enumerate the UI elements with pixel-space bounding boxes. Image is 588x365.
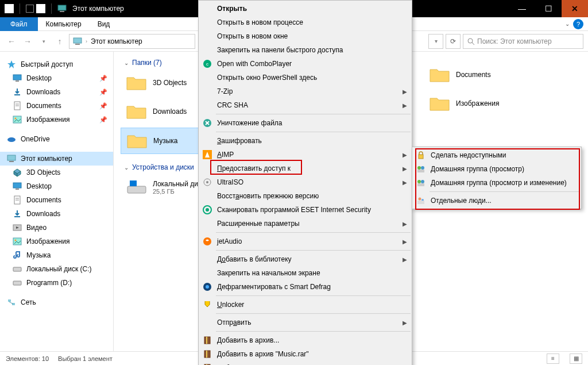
- sidebar-item[interactable]: Локальный диск (C:): [0, 262, 113, 276]
- this-pc-icon: [57, 4, 67, 13]
- context-menu-item[interactable]: Добавить в архив "Music.rar": [199, 347, 412, 361]
- submenu-item[interactable]: Отдельные люди...: [412, 194, 581, 208]
- submenu-arrow-icon: ▶: [403, 320, 407, 326]
- submenu-item[interactable]: Сделать недоступными: [412, 148, 581, 162]
- recent-button[interactable]: ▾: [37, 34, 51, 48]
- context-menu-item[interactable]: UltraISO▶: [199, 175, 412, 189]
- chevron-down-icon: ⌄: [124, 60, 129, 66]
- context-menu-item[interactable]: Закрепить на начальном экране: [199, 266, 412, 280]
- folder-icon: [5, 4, 14, 13]
- sidebar-item-downloads[interactable]: Downloads📌: [0, 85, 113, 99]
- sidebar-onedrive[interactable]: OneDrive: [0, 132, 113, 146]
- sidebar-item[interactable]: 3D Objects: [0, 166, 113, 179]
- submenu-item[interactable]: Домашняя группа (просмотр): [412, 162, 581, 176]
- file-tab[interactable]: Файл: [0, 17, 38, 31]
- context-menu-item[interactable]: Расширенные параметры▶: [199, 217, 412, 230]
- svg-rect-31: [13, 267, 21, 271]
- context-menu-item[interactable]: CRC SHA▶: [199, 98, 412, 112]
- checkbox-icon[interactable]: [26, 5, 34, 13]
- properties-icon[interactable]: [36, 4, 45, 13]
- svg-rect-3: [75, 44, 80, 45]
- svg-point-44: [206, 181, 208, 183]
- context-menu-item[interactable]: Уничтожение файла: [199, 116, 412, 130]
- svg-point-15: [7, 137, 16, 142]
- forward-button[interactable]: →: [21, 34, 34, 48]
- context-menu-item[interactable]: Добавить в архив и отправить по e-mail..…: [199, 361, 412, 365]
- view-tab[interactable]: Вид: [90, 18, 118, 30]
- context-menu-item[interactable]: Предоставить доступ к▶: [199, 162, 412, 175]
- computer-tab[interactable]: Компьютер: [38, 18, 90, 30]
- submenu-item[interactable]: Домашняя группа (просмотр и изменение): [412, 176, 581, 190]
- svg-point-47: [203, 237, 211, 245]
- svg-rect-7: [13, 75, 21, 80]
- context-menu-item[interactable]: cOpen with ComboPlayer: [199, 57, 412, 71]
- hge-icon: [416, 178, 426, 188]
- hgv-icon: [416, 164, 426, 174]
- rar-icon: [202, 349, 212, 359]
- status-selected-count: Выбран 1 элемент: [58, 355, 113, 362]
- minimize-button[interactable]: —: [509, 0, 535, 17]
- context-menu-item[interactable]: Unlocker: [199, 298, 412, 312]
- folder-icon: [13, 182, 22, 191]
- folder-item[interactable]: Изображения: [424, 91, 539, 116]
- sidebar-quick-access[interactable]: Быстрый доступ: [0, 57, 113, 71]
- back-button[interactable]: ←: [5, 34, 18, 48]
- context-menu-item[interactable]: Добавить в архив...: [199, 333, 412, 347]
- sidebar-item[interactable]: Documents: [0, 193, 113, 207]
- context-menu-item[interactable]: Сканировать программой ESET Internet Sec…: [199, 203, 412, 217]
- folder-icon: [13, 101, 22, 110]
- context-menu-item[interactable]: Отправить▶: [199, 316, 412, 329]
- context-menu-item[interactable]: Открыть в новом процессе: [199, 16, 412, 29]
- context-menu-item[interactable]: AIMP▶: [199, 148, 412, 162]
- sidebar-this-pc[interactable]: Этот компьютер: [0, 152, 113, 166]
- breadcrumb[interactable]: › Этот компьютер: [69, 34, 195, 49]
- folder-icon: [125, 101, 148, 122]
- search-input[interactable]: Поиск: Этот компьютер: [463, 34, 583, 49]
- svg-rect-64: [417, 183, 424, 186]
- refresh-button[interactable]: ▾: [428, 34, 443, 49]
- folder-icon: [428, 93, 451, 114]
- close-button[interactable]: ✕: [562, 0, 588, 17]
- sidebar-item-desktop[interactable]: Desktop📌: [0, 71, 113, 85]
- sidebar-item[interactable]: Downloads: [0, 207, 113, 221]
- unlock-icon: [202, 299, 212, 310]
- sidebar-item-documents[interactable]: Documents📌: [0, 99, 113, 113]
- svg-point-14: [15, 118, 17, 120]
- sidebar-item[interactable]: Видео: [0, 221, 113, 235]
- submenu-arrow-icon: ▶: [403, 221, 407, 227]
- context-menu-item[interactable]: 7-Zip▶: [199, 84, 412, 98]
- sidebar-item[interactable]: Desktop: [0, 179, 113, 193]
- refresh-icon[interactable]: ⟳: [446, 34, 461, 49]
- context-menu-item[interactable]: Дефрагментировать с Smart Defrag: [199, 280, 412, 294]
- folder-icon: [13, 115, 22, 124]
- context-menu-item[interactable]: Открыть окно PowerShell здесь: [199, 71, 412, 84]
- context-menu-item[interactable]: Добавить в библиотеку▶: [199, 252, 412, 266]
- context-menu-item[interactable]: Восстановить прежнюю версию: [199, 189, 412, 203]
- context-menu-item[interactable]: Зашифровать: [199, 134, 412, 148]
- svg-point-62: [417, 180, 421, 183]
- help-button[interactable]: ?: [573, 19, 583, 29]
- sidebar-item-изображения[interactable]: Изображения📌: [0, 113, 113, 126]
- context-menu-item[interactable]: jetAudio▶: [199, 235, 412, 248]
- svg-rect-53: [206, 351, 207, 358]
- folder-icon: [13, 251, 22, 260]
- sidebar-item[interactable]: Programm (D:): [0, 276, 113, 290]
- sidebar-network[interactable]: Сеть: [0, 295, 113, 309]
- uiso-icon: [202, 177, 212, 187]
- sidebar-item[interactable]: Изображения: [0, 235, 113, 248]
- context-menu: ОткрытьОткрыть в новом процессеОткрыть в…: [198, 0, 412, 365]
- ribbon-expand-icon[interactable]: ⌄: [565, 21, 570, 27]
- context-menu-item[interactable]: Открыть: [199, 2, 412, 16]
- folder-icon: [13, 237, 22, 246]
- context-menu-item[interactable]: Закрепить на панели быстрого доступа: [199, 43, 412, 57]
- svg-rect-36: [127, 186, 146, 193]
- sidebar-item[interactable]: Музыка: [0, 248, 113, 262]
- details-view-button[interactable]: ≡: [547, 354, 559, 364]
- svg-rect-17: [9, 161, 14, 162]
- maximize-button[interactable]: ☐: [535, 0, 562, 17]
- context-menu-item[interactable]: Открыть в новом окне: [199, 29, 412, 43]
- folder-item[interactable]: Documents: [424, 62, 539, 87]
- combo-icon: c: [202, 59, 212, 69]
- up-button[interactable]: ↑: [53, 34, 67, 48]
- icons-view-button[interactable]: ▦: [570, 354, 582, 364]
